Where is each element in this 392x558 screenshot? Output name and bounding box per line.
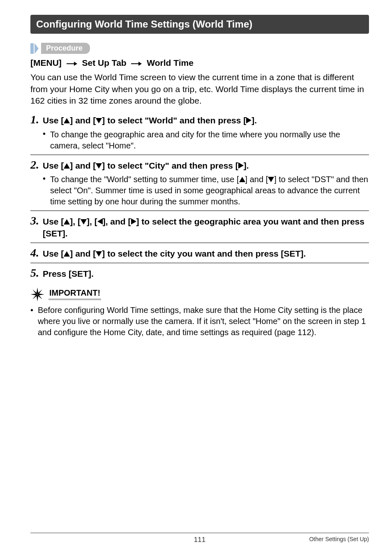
- triangle-right-icon: [246, 115, 251, 126]
- svg-marker-5: [96, 118, 102, 123]
- step-text: Use [] and [] to select "World" and then…: [43, 115, 257, 126]
- step-1: 1. Use [] and [] to select "World" and t…: [30, 114, 369, 151]
- svg-marker-25: [32, 289, 37, 294]
- svg-marker-13: [81, 219, 87, 225]
- triangle-down-icon: [96, 160, 102, 171]
- step-4: 4. Use [] and [] to select the city you …: [30, 243, 369, 259]
- important-body: Before configuring World Time settings, …: [38, 305, 369, 338]
- svg-marker-3: [138, 62, 142, 66]
- triangle-down-icon: [81, 216, 87, 227]
- step-text: Use [] and [] to select the city you wan…: [43, 248, 306, 259]
- important-label: IMPORTANT!: [48, 288, 101, 300]
- svg-marker-4: [64, 118, 70, 123]
- triangle-down-icon: [268, 174, 274, 185]
- triangle-up-icon: [64, 216, 70, 227]
- intro-text: You can use the World Time screen to vie…: [30, 72, 369, 107]
- burst-icon: [30, 287, 44, 301]
- step-sub-text: To change the "World" setting to summer …: [50, 174, 369, 207]
- section-header: Configuring World Time Settings (World T…: [30, 15, 369, 34]
- svg-marker-9: [238, 162, 244, 169]
- svg-marker-15: [131, 218, 136, 225]
- step-number: 3.: [30, 215, 43, 227]
- menu-part-1: [MENU]: [30, 58, 62, 67]
- important-block: IMPORTANT! • Before configuring World Ti…: [30, 287, 369, 338]
- step-sub-text: To change the geographic area and city f…: [50, 129, 369, 151]
- menu-part-2: Set Up Tab: [82, 58, 127, 67]
- footer-line: [30, 533, 369, 533]
- arrow-icon: [67, 58, 77, 68]
- svg-marker-23: [37, 294, 42, 299]
- step-number: 5.: [30, 267, 43, 279]
- triangle-right-icon: [131, 216, 136, 227]
- procedure-label: Procedure: [41, 43, 90, 54]
- bullet-icon: •: [43, 174, 50, 207]
- page-container: Configuring World Time Settings (World T…: [0, 0, 392, 558]
- procedure-chevron-icon: [35, 43, 39, 54]
- triangle-up-icon: [239, 174, 245, 185]
- step-5: 5. Press [SET].: [30, 263, 369, 280]
- menu-path: [MENU] Set Up Tab World Time: [30, 58, 369, 68]
- triangle-down-icon: [96, 248, 102, 259]
- step-sub: • To change the "World" setting to summe…: [43, 174, 369, 207]
- arrow-icon: [131, 58, 142, 68]
- step-sub: • To change the geographic area and city…: [43, 129, 369, 151]
- svg-marker-12: [64, 219, 70, 225]
- chapter-title: Other Settings (Set Up): [309, 536, 369, 542]
- bullet-icon: •: [30, 305, 38, 338]
- step-text: Use [], [], [], and [] to select the geo…: [43, 216, 369, 239]
- triangle-up-icon: [64, 160, 70, 171]
- step-number: 4.: [30, 247, 43, 259]
- step-2: 2. Use [] and [] to select "City" and th…: [30, 155, 369, 207]
- triangle-up-icon: [64, 115, 70, 126]
- step-text: Use [] and [] to select "City" and then …: [43, 160, 249, 171]
- triangle-up-icon: [64, 248, 70, 259]
- svg-marker-1: [74, 62, 77, 66]
- svg-marker-14: [97, 218, 103, 225]
- bullet-icon: •: [43, 129, 50, 151]
- step-number: 1.: [30, 114, 43, 125]
- page-number: 111: [194, 536, 205, 544]
- svg-marker-16: [64, 251, 70, 257]
- triangle-down-icon: [96, 115, 102, 126]
- important-text: • Before configuring World Time settings…: [30, 305, 369, 338]
- svg-marker-10: [239, 177, 245, 182]
- step-3: 3. Use [], [], [], and [] to select the …: [30, 211, 369, 239]
- triangle-right-icon: [238, 160, 244, 171]
- svg-marker-11: [268, 177, 274, 182]
- step-number: 2.: [30, 159, 43, 171]
- procedure-heading: Procedure: [30, 43, 369, 54]
- svg-marker-8: [96, 163, 102, 169]
- svg-marker-6: [246, 117, 251, 123]
- triangle-left-icon: [97, 216, 103, 227]
- procedure-bar-icon: [30, 43, 34, 54]
- svg-marker-24: [32, 294, 37, 299]
- menu-part-3: World Time: [147, 58, 194, 67]
- page-footer: 111 Other Settings (Set Up): [0, 533, 392, 544]
- svg-marker-22: [37, 289, 42, 294]
- svg-marker-7: [64, 163, 70, 169]
- step-text: Press [SET].: [43, 268, 94, 280]
- svg-marker-17: [96, 251, 102, 257]
